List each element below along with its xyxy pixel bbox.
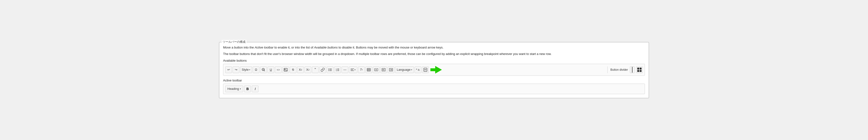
redo-button[interactable]: ↪ bbox=[232, 66, 239, 73]
button-divider-label: Button divider bbox=[611, 68, 628, 72]
svg-text:A: A bbox=[416, 68, 417, 70]
svg-point-5 bbox=[329, 69, 329, 70]
translate-button[interactable]: A あ bbox=[415, 66, 421, 73]
language-label: Language bbox=[397, 68, 411, 72]
svg-rect-2 bbox=[284, 68, 287, 71]
divider-grid-button[interactable] bbox=[636, 66, 643, 73]
green-arrow-icon bbox=[430, 65, 442, 74]
heading-dropdown-arrow: ▾ bbox=[240, 88, 241, 90]
image-button[interactable] bbox=[282, 66, 289, 73]
svg-rect-35 bbox=[424, 68, 427, 72]
desc1-part2: to enable it, or into the list of bbox=[274, 46, 314, 49]
svg-line-1 bbox=[264, 70, 265, 71]
svg-rect-19 bbox=[367, 68, 370, 71]
ordered-list-button[interactable]: 1. 2. 3. bbox=[334, 66, 341, 73]
language-dropdown-button[interactable]: Language ▾ bbox=[395, 66, 414, 73]
italic-label: I bbox=[255, 87, 255, 91]
description-2: The toolbar buttons that don't fit the u… bbox=[223, 52, 645, 56]
language-dropdown-arrow: ▾ bbox=[411, 68, 412, 71]
media-button[interactable] bbox=[373, 66, 379, 73]
fieldset-legend: ツールバーの構成 bbox=[222, 40, 247, 44]
svg-text:3.: 3. bbox=[336, 70, 337, 72]
code-button[interactable]: <> bbox=[275, 66, 282, 73]
description-1: Move a button into the Active toolbar to… bbox=[223, 45, 645, 50]
button-divider-area: Button divider bbox=[608, 66, 643, 73]
align-dropdown-arrow: ▾ bbox=[354, 68, 355, 71]
svg-line-37 bbox=[425, 70, 425, 70]
divider-line-button[interactable] bbox=[630, 66, 634, 73]
divider-line-icon bbox=[632, 67, 632, 73]
align-left-button[interactable] bbox=[380, 66, 387, 73]
descriptions: Move a button into the Active toolbar to… bbox=[223, 45, 645, 56]
bold-label: B bbox=[246, 87, 249, 91]
bold-button[interactable]: B bbox=[244, 86, 251, 92]
svg-point-4 bbox=[329, 68, 329, 69]
grid-icon bbox=[637, 67, 642, 72]
green-arrow-indicator bbox=[430, 65, 442, 74]
heading-dropdown-button[interactable]: Heading ▾ bbox=[225, 86, 243, 92]
available-buttons-area: ↩ ↪ Style ▾ Ω bbox=[223, 64, 645, 76]
desc1-part3: to disable it. Buttons may be moved with… bbox=[338, 46, 443, 49]
available-buttons-label: Available buttons bbox=[223, 59, 645, 62]
style-label: Style bbox=[242, 68, 249, 72]
spellcheck-button[interactable] bbox=[260, 66, 267, 73]
align-dropdown-button[interactable]: ▾ bbox=[349, 66, 357, 73]
active-toolbar-area: Heading ▾ B I bbox=[223, 84, 645, 94]
heading-label: Heading bbox=[227, 87, 239, 90]
svg-point-6 bbox=[329, 70, 329, 71]
blockquote-button[interactable]: " bbox=[312, 66, 319, 73]
underline-button[interactable]: U bbox=[268, 66, 274, 73]
desc1-part1: Move a button into the bbox=[223, 46, 255, 49]
available-buttons-group: ↩ ↪ Style ▾ Ω bbox=[225, 65, 606, 74]
source-button[interactable] bbox=[422, 66, 429, 73]
special-chars-button[interactable]: Ω bbox=[253, 66, 259, 73]
align-right-button[interactable] bbox=[388, 66, 394, 73]
strikethrough-button[interactable]: S bbox=[290, 66, 297, 73]
desc1-em1: Active toolbar bbox=[255, 46, 274, 49]
bullet-list-button[interactable] bbox=[327, 66, 334, 73]
desc1-em2: Available buttons bbox=[314, 46, 338, 49]
superscript-button[interactable]: X2 bbox=[305, 66, 311, 73]
italic-button[interactable]: I bbox=[252, 86, 258, 92]
toolbar-fieldset: ツールバーの構成 Move a button into the Active t… bbox=[219, 42, 649, 98]
hr-button[interactable]: — bbox=[342, 66, 348, 73]
active-toolbar-label: Active toolbar bbox=[223, 79, 645, 82]
table-button[interactable] bbox=[366, 66, 372, 73]
svg-point-3 bbox=[284, 69, 285, 69]
svg-line-39 bbox=[426, 70, 426, 70]
svg-marker-40 bbox=[430, 66, 442, 74]
link-button[interactable] bbox=[319, 66, 326, 73]
undo-button[interactable]: ↩ bbox=[225, 66, 232, 73]
clear-formatting-button[interactable]: Tx bbox=[358, 66, 365, 73]
style-dropdown-arrow: ▾ bbox=[249, 68, 250, 71]
toolbar-config-container: ツールバーの構成 Move a button into the Active t… bbox=[219, 42, 649, 98]
style-dropdown-button[interactable]: Style ▾ bbox=[240, 66, 252, 73]
svg-text:あ: あ bbox=[418, 68, 420, 71]
subscript-button[interactable]: X2 bbox=[297, 66, 304, 73]
